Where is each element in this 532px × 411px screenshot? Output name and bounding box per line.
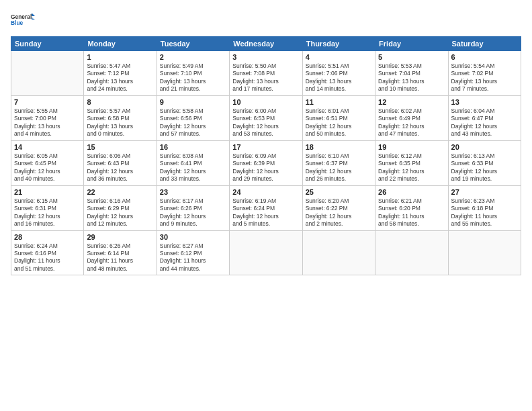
day-info-25: Sunrise: 6:20 AM Sunset: 6:22 PM Dayligh… <box>306 197 372 228</box>
day-8: 8Sunrise: 5:57 AM Sunset: 6:58 PM Daylig… <box>84 95 157 140</box>
empty-day <box>448 230 521 275</box>
day-info-13: Sunrise: 6:04 AM Sunset: 6:47 PM Dayligh… <box>451 107 518 138</box>
header: General Blue <box>11 8 521 32</box>
day-15: 15Sunrise: 6:06 AM Sunset: 6:43 PM Dayli… <box>84 140 157 185</box>
day-info-15: Sunrise: 6:06 AM Sunset: 6:43 PM Dayligh… <box>87 152 153 183</box>
week-row-1: 1Sunrise: 5:47 AM Sunset: 7:12 PM Daylig… <box>11 51 521 96</box>
day-info-9: Sunrise: 5:58 AM Sunset: 6:56 PM Dayligh… <box>160 107 226 138</box>
day-info-18: Sunrise: 6:10 AM Sunset: 6:37 PM Dayligh… <box>306 152 372 183</box>
day-11: 11Sunrise: 6:01 AM Sunset: 6:51 PM Dayli… <box>302 95 375 140</box>
day-number-17: 17 <box>232 143 299 151</box>
day-info-2: Sunrise: 5:49 AM Sunset: 7:10 PM Dayligh… <box>160 62 226 93</box>
week-row-4: 21Sunrise: 6:15 AM Sunset: 6:31 PM Dayli… <box>11 185 521 230</box>
logo: General Blue <box>11 8 35 32</box>
day-7: 7Sunrise: 5:55 AM Sunset: 7:00 PM Daylig… <box>11 95 84 140</box>
day-number-12: 12 <box>378 98 445 106</box>
day-number-8: 8 <box>87 98 153 106</box>
day-number-29: 29 <box>87 233 153 241</box>
day-1: 1Sunrise: 5:47 AM Sunset: 7:12 PM Daylig… <box>84 51 157 96</box>
day-info-26: Sunrise: 6:21 AM Sunset: 6:20 PM Dayligh… <box>378 197 445 228</box>
week-row-2: 7Sunrise: 5:55 AM Sunset: 7:00 PM Daylig… <box>11 95 521 140</box>
day-info-22: Sunrise: 6:16 AM Sunset: 6:29 PM Dayligh… <box>87 197 153 228</box>
weekday-thursday: Thursday <box>302 37 375 51</box>
day-number-21: 21 <box>14 188 81 196</box>
day-info-24: Sunrise: 6:19 AM Sunset: 6:24 PM Dayligh… <box>232 197 299 228</box>
svg-text:Blue: Blue <box>11 19 24 26</box>
day-30: 30Sunrise: 6:27 AM Sunset: 6:12 PM Dayli… <box>157 230 229 275</box>
day-2: 2Sunrise: 5:49 AM Sunset: 7:10 PM Daylig… <box>157 51 229 96</box>
day-25: 25Sunrise: 6:20 AM Sunset: 6:22 PM Dayli… <box>302 185 375 230</box>
day-number-7: 7 <box>14 98 81 106</box>
day-info-28: Sunrise: 6:24 AM Sunset: 6:16 PM Dayligh… <box>14 242 81 273</box>
day-info-5: Sunrise: 5:53 AM Sunset: 7:04 PM Dayligh… <box>378 62 445 93</box>
day-18: 18Sunrise: 6:10 AM Sunset: 6:37 PM Dayli… <box>302 140 375 185</box>
day-number-10: 10 <box>232 98 299 106</box>
week-row-5: 28Sunrise: 6:24 AM Sunset: 6:16 PM Dayli… <box>11 230 521 275</box>
day-info-30: Sunrise: 6:27 AM Sunset: 6:12 PM Dayligh… <box>160 242 226 273</box>
weekday-header-row: SundayMondayTuesdayWednesdayThursdayFrid… <box>11 37 521 51</box>
day-info-20: Sunrise: 6:13 AM Sunset: 6:33 PM Dayligh… <box>451 152 518 183</box>
day-3: 3Sunrise: 5:50 AM Sunset: 7:08 PM Daylig… <box>230 51 302 96</box>
day-20: 20Sunrise: 6:13 AM Sunset: 6:33 PM Dayli… <box>448 140 521 185</box>
day-info-23: Sunrise: 6:17 AM Sunset: 6:26 PM Dayligh… <box>160 197 226 228</box>
day-number-3: 3 <box>232 53 299 61</box>
day-19: 19Sunrise: 6:12 AM Sunset: 6:35 PM Dayli… <box>375 140 448 185</box>
day-info-11: Sunrise: 6:01 AM Sunset: 6:51 PM Dayligh… <box>306 107 372 138</box>
svg-marker-3 <box>32 17 35 20</box>
day-info-19: Sunrise: 6:12 AM Sunset: 6:35 PM Dayligh… <box>378 152 445 183</box>
day-info-1: Sunrise: 5:47 AM Sunset: 7:12 PM Dayligh… <box>87 62 153 93</box>
calendar-table: SundayMondayTuesdayWednesdayThursdayFrid… <box>11 36 521 275</box>
empty-day <box>302 230 375 275</box>
day-info-10: Sunrise: 6:00 AM Sunset: 6:53 PM Dayligh… <box>232 107 299 138</box>
weekday-friday: Friday <box>375 37 448 51</box>
day-info-4: Sunrise: 5:51 AM Sunset: 7:06 PM Dayligh… <box>306 62 372 93</box>
day-17: 17Sunrise: 6:09 AM Sunset: 6:39 PM Dayli… <box>230 140 302 185</box>
day-number-15: 15 <box>87 143 153 151</box>
day-number-2: 2 <box>160 53 226 61</box>
day-number-13: 13 <box>451 98 518 106</box>
day-info-6: Sunrise: 5:54 AM Sunset: 7:02 PM Dayligh… <box>451 62 518 93</box>
day-number-11: 11 <box>306 98 372 106</box>
day-number-22: 22 <box>87 188 153 196</box>
day-number-4: 4 <box>306 53 372 61</box>
weekday-sunday: Sunday <box>11 37 84 51</box>
day-info-17: Sunrise: 6:09 AM Sunset: 6:39 PM Dayligh… <box>232 152 299 183</box>
day-number-20: 20 <box>451 143 518 151</box>
day-number-19: 19 <box>378 143 445 151</box>
day-number-16: 16 <box>160 143 226 151</box>
calendar-page: General Blue SundayMondayTuesdayWednesda… <box>0 0 532 411</box>
day-22: 22Sunrise: 6:16 AM Sunset: 6:29 PM Dayli… <box>84 185 157 230</box>
empty-day <box>230 230 302 275</box>
day-13: 13Sunrise: 6:04 AM Sunset: 6:47 PM Dayli… <box>448 95 521 140</box>
day-number-25: 25 <box>306 188 372 196</box>
day-info-27: Sunrise: 6:23 AM Sunset: 6:18 PM Dayligh… <box>451 197 518 228</box>
weekday-wednesday: Wednesday <box>230 37 302 51</box>
day-28: 28Sunrise: 6:24 AM Sunset: 6:16 PM Dayli… <box>11 230 84 275</box>
empty-day <box>11 51 84 96</box>
day-number-18: 18 <box>306 143 372 151</box>
day-info-21: Sunrise: 6:15 AM Sunset: 6:31 PM Dayligh… <box>14 197 81 228</box>
day-23: 23Sunrise: 6:17 AM Sunset: 6:26 PM Dayli… <box>157 185 229 230</box>
day-number-23: 23 <box>160 188 226 196</box>
day-info-29: Sunrise: 6:26 AM Sunset: 6:14 PM Dayligh… <box>87 242 153 273</box>
day-info-16: Sunrise: 6:08 AM Sunset: 6:41 PM Dayligh… <box>160 152 226 183</box>
weekday-tuesday: Tuesday <box>157 37 229 51</box>
day-29: 29Sunrise: 6:26 AM Sunset: 6:14 PM Dayli… <box>84 230 157 275</box>
day-14: 14Sunrise: 6:05 AM Sunset: 6:45 PM Dayli… <box>11 140 84 185</box>
weekday-saturday: Saturday <box>448 37 521 51</box>
day-number-5: 5 <box>378 53 445 61</box>
svg-marker-2 <box>32 13 35 16</box>
day-21: 21Sunrise: 6:15 AM Sunset: 6:31 PM Dayli… <box>11 185 84 230</box>
day-6: 6Sunrise: 5:54 AM Sunset: 7:02 PM Daylig… <box>448 51 521 96</box>
day-number-9: 9 <box>160 98 226 106</box>
day-10: 10Sunrise: 6:00 AM Sunset: 6:53 PM Dayli… <box>230 95 302 140</box>
day-number-24: 24 <box>232 188 299 196</box>
day-number-28: 28 <box>14 233 81 241</box>
day-16: 16Sunrise: 6:08 AM Sunset: 6:41 PM Dayli… <box>157 140 229 185</box>
day-number-14: 14 <box>14 143 81 151</box>
day-number-30: 30 <box>160 233 226 241</box>
day-9: 9Sunrise: 5:58 AM Sunset: 6:56 PM Daylig… <box>157 95 229 140</box>
week-row-3: 14Sunrise: 6:05 AM Sunset: 6:45 PM Dayli… <box>11 140 521 185</box>
day-info-12: Sunrise: 6:02 AM Sunset: 6:49 PM Dayligh… <box>378 107 445 138</box>
day-info-8: Sunrise: 5:57 AM Sunset: 6:58 PM Dayligh… <box>87 107 153 138</box>
